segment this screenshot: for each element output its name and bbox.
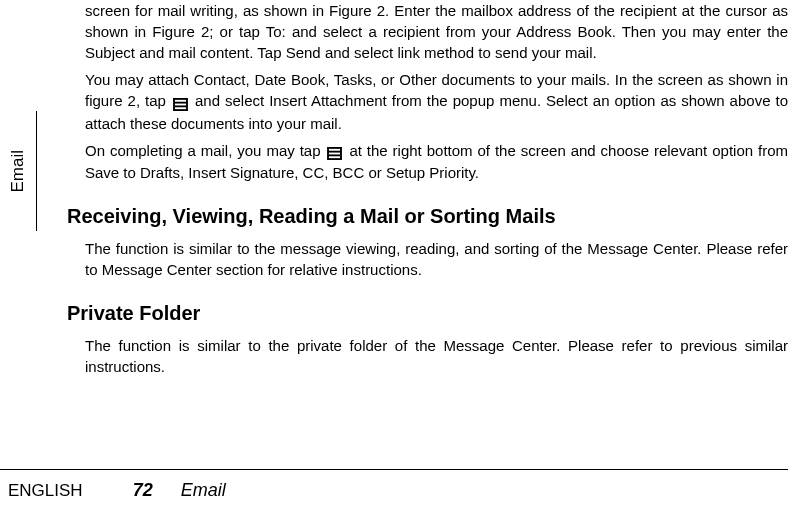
heading-private-folder: Private Folder bbox=[67, 302, 788, 325]
paragraph-attachment: You may attach Contact, Date Book, Tasks… bbox=[85, 69, 788, 134]
svg-rect-6 bbox=[329, 153, 340, 155]
footer-page-number: 72 bbox=[133, 480, 153, 501]
paragraph-completion-part-a: On completing a mail, you may tap bbox=[85, 142, 325, 159]
footer-language: ENGLISH bbox=[8, 481, 83, 501]
paragraph-private-folder: The function is similar to the private f… bbox=[85, 335, 788, 377]
side-tab-email: Email bbox=[0, 111, 37, 231]
heading-receiving: Receiving, Viewing, Reading a Mail or So… bbox=[67, 205, 788, 228]
paragraph-completion: On completing a mail, you may tap at the… bbox=[85, 140, 788, 184]
footer-chapter-title: Email bbox=[181, 480, 226, 501]
side-tab-label: Email bbox=[8, 150, 28, 193]
svg-rect-7 bbox=[329, 156, 340, 158]
svg-rect-3 bbox=[175, 107, 186, 109]
menu-icon bbox=[173, 92, 188, 113]
paragraph-mail-writing: screen for mail writing, as shown in Fig… bbox=[85, 0, 788, 63]
svg-rect-2 bbox=[175, 103, 186, 105]
menu-icon bbox=[327, 141, 342, 162]
paragraph-receiving: The function is similar to the message v… bbox=[85, 238, 788, 280]
paragraph-attachment-part-b: and select Insert Attachment from the po… bbox=[85, 92, 788, 132]
page-footer: ENGLISH 72 Email bbox=[0, 469, 808, 501]
page-content: screen for mail writing, as shown in Fig… bbox=[85, 0, 788, 377]
svg-rect-5 bbox=[329, 149, 340, 151]
svg-rect-1 bbox=[175, 99, 186, 101]
